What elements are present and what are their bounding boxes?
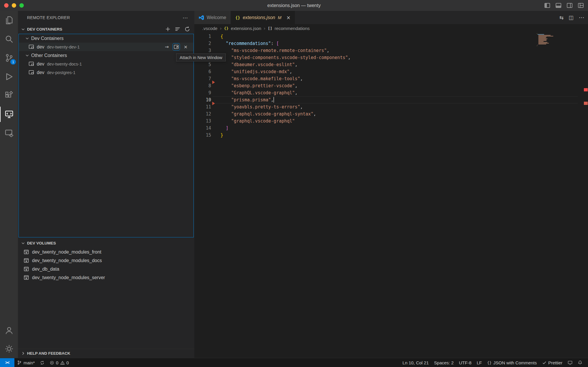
section-help-and-feedback[interactable]: HELP AND FEEDBACK (18, 349, 194, 358)
remote-indicator[interactable]: >< (0, 358, 14, 367)
code-line: "GraphQL.vscode-graphql", (220, 89, 351, 96)
sidebar-item-extensions[interactable] (0, 86, 18, 105)
zoom-window-button[interactable] (19, 3, 24, 8)
line-number[interactable]: 6 (194, 68, 211, 75)
attach-container-button[interactable]: → (163, 43, 170, 50)
line-number[interactable]: 7 (194, 75, 211, 82)
container-icon (29, 44, 34, 50)
eol-button[interactable]: LF (474, 358, 485, 367)
volume-icon (24, 249, 29, 255)
breadcrumb-file[interactable]: extensions.json (231, 26, 261, 31)
tree-group-dev-containers[interactable]: Dev Containers (19, 34, 193, 43)
error-icon (50, 361, 54, 365)
minimap-line (538, 38, 546, 38)
line-number[interactable]: 1 (194, 33, 211, 40)
list-item-volume[interactable]: dev_twenty_node_modules_front (18, 248, 194, 256)
line-number[interactable]: 8 (194, 82, 211, 89)
container-icon (29, 70, 34, 75)
container-icon (29, 61, 34, 67)
line-number[interactable]: 13 (194, 118, 211, 125)
vscode-window: extensions.json — twenty 1 REMOTE EXPLOR… (0, 0, 588, 367)
filter-list-icon[interactable] (175, 26, 181, 32)
close-tab-icon[interactable]: × (286, 15, 290, 21)
code-line: "unifiedjs.vscode-mdx", (220, 68, 351, 75)
sidebar-item-explorer[interactable] (0, 11, 18, 30)
section-dev-volumes[interactable]: DEV VOLUMES (18, 239, 194, 247)
git-branch-button[interactable]: main* (14, 358, 37, 367)
sidebar-item-containers[interactable] (0, 124, 18, 143)
accounts-button[interactable] (0, 321, 18, 340)
minimap-line (537, 45, 538, 45)
sidebar-item-source-control[interactable]: 1 (0, 48, 18, 67)
section-dev-containers[interactable]: DEV CONTAINERS (18, 24, 194, 34)
code-line: "graphql.vscode-graphql-syntax", (220, 110, 351, 118)
overview-ruler-mark (584, 88, 588, 91)
code-line: "yoavbls.pretty-ts-errors", (220, 103, 351, 110)
list-item-volume[interactable]: dev_twenty_node_modules_docs (18, 256, 194, 265)
sync-button[interactable] (37, 358, 47, 367)
customize-layout-icon[interactable] (578, 2, 584, 9)
breadcrumb-symbol[interactable]: recommendations (275, 26, 310, 31)
screencast-button[interactable] (565, 358, 575, 367)
minimap-line (537, 33, 537, 34)
breadcrumb-folder[interactable]: .vscode (202, 26, 218, 31)
line-number[interactable]: 11 (194, 103, 211, 110)
code-line: "ms-vscode.makefile-tools", (220, 75, 351, 82)
line-number[interactable]: 14 (194, 125, 211, 132)
line-number[interactable]: 15 (194, 132, 211, 139)
bell-icon (578, 360, 582, 365)
open-changes-icon[interactable]: ⇆ (559, 15, 564, 21)
indentation-button[interactable]: Spaces: 2 (431, 358, 456, 367)
language-status-icon: {} (487, 361, 492, 365)
notifications-button[interactable] (575, 358, 585, 367)
tree-item-dev-twenty-dev-1[interactable]: dev dev-twenty-dev-1 → × (19, 43, 193, 51)
sidebar-item-search[interactable] (0, 30, 18, 48)
split-editor-icon[interactable]: ◫ (569, 14, 574, 21)
encoding-button[interactable]: UTF-8 (456, 358, 474, 367)
more-actions-icon[interactable] (579, 15, 584, 21)
sidebar-item-remote-explorer[interactable] (0, 105, 18, 124)
close-window-button[interactable] (4, 3, 9, 8)
list-item-volume[interactable]: dev_twenty_node_modules_server (18, 273, 194, 282)
minimize-window-button[interactable] (12, 3, 16, 8)
tree-item-dev-postgres-1[interactable]: dev dev-postgres-1 (19, 68, 193, 77)
line-number[interactable]: 10 (194, 96, 211, 103)
minimap[interactable] (537, 33, 558, 46)
overview-ruler-mark (584, 102, 588, 105)
line-number[interactable]: 2 (194, 40, 211, 47)
line-number[interactable]: 3 (194, 47, 211, 54)
stop-container-button[interactable]: × (182, 43, 189, 50)
run-debug-icon (5, 72, 14, 81)
settings-button[interactable] (0, 340, 18, 358)
toggle-primary-sidebar-icon[interactable] (544, 2, 550, 9)
code-editor[interactable]: 123456789101112131415 { "recommendations… (194, 32, 588, 358)
search-icon (5, 35, 14, 43)
line-number[interactable]: 9 (194, 89, 211, 96)
formatter-button[interactable]: Prettier (539, 358, 565, 367)
minimap-line (538, 42, 547, 43)
tree-group-other-containers[interactable]: Other Containers (19, 51, 193, 60)
sidebar-item-run-debug[interactable] (0, 67, 18, 86)
line-number[interactable]: 5 (194, 61, 211, 68)
cursor-position-button[interactable]: Ln 10, Col 21 (400, 358, 431, 367)
chevron-down-icon (21, 241, 25, 245)
more-actions-icon[interactable]: ⋯ (183, 15, 188, 21)
gutter[interactable]: 123456789101112131415 (194, 33, 211, 139)
tooltip-attach-in-new-window: Attach in New Window (176, 53, 226, 61)
titlebar: extensions.json — twenty (0, 0, 588, 11)
files-icon (5, 16, 14, 25)
tab-welcome[interactable]: Welcome (194, 11, 231, 24)
refresh-icon[interactable] (184, 26, 190, 32)
minimap-line (538, 35, 551, 36)
tab-extensions-json[interactable]: {} extensions.json M × (231, 11, 295, 24)
add-icon[interactable] (165, 26, 171, 32)
attach-new-window-button[interactable] (173, 43, 180, 50)
toggle-secondary-sidebar-icon[interactable] (567, 2, 573, 9)
line-number[interactable]: 12 (194, 110, 211, 118)
code-line: "esbenp.prettier-vscode", (220, 82, 351, 89)
problems-button[interactable]: 0 0 (47, 358, 71, 367)
tree-item-dev-twenty-docs-1[interactable]: dev dev-twenty-docs-1 (19, 60, 193, 68)
language-mode-button[interactable]: {} JSON with Comments (485, 358, 539, 367)
toggle-panel-icon[interactable] (555, 2, 562, 9)
list-item-volume[interactable]: dev_db_data (18, 265, 194, 273)
